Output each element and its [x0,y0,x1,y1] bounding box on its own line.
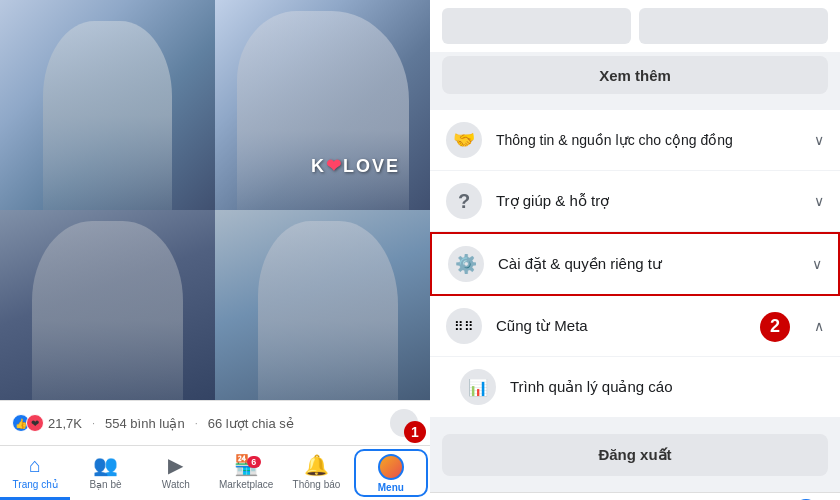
xem-them-button[interactable]: Xem thêm [442,56,828,94]
right-nav-menu[interactable]: Menu [772,493,840,500]
support-arrow [814,193,824,209]
home-icon: ⌂ [29,454,41,477]
top-buttons [430,0,840,52]
marketplace-badge: 6 [247,456,261,468]
nav-watch[interactable]: ▶ Watch [141,446,211,500]
community-arrow [814,132,824,148]
reaction-icons: 👍 ❤ [12,414,40,432]
divider-2 [430,418,840,426]
step1-badge: 1 [404,421,426,443]
nav-menu-label: Menu [378,482,404,493]
love-icon: ❤ [26,414,44,432]
settings-label: Cài đặt & quyền riêng tư [498,255,798,273]
right-nav-watch[interactable]: ▶ Watch [567,493,635,500]
photo-1 [0,0,215,210]
friends-icon: 👥 [93,453,118,477]
dang-xuat-button[interactable]: Đăng xuất [442,434,828,476]
right-panel: Xem thêm 🤝 Thông tin & nguồn lực cho cộn… [430,0,840,500]
meta-label: Cũng từ Meta [496,317,800,335]
ads-icon: 📊 [460,369,496,405]
right-nav-marketplace[interactable]: 🏪 6 Marketplace [635,493,703,500]
nav-notifications-label: Thông báo [293,479,341,490]
step1-container: 1 [390,409,418,437]
nav-marketplace-label: Marketplace [219,479,273,490]
right-nav-home[interactable]: ⌂ Trang chủ [430,493,498,500]
divider-1 [430,102,840,110]
left-bottom-nav: ⌂ Trang chủ 👥 Bạn bè ▶ Watch 🏪 6 Marketp… [0,445,430,500]
marketplace-icon: 🏪 6 [234,453,259,477]
left-panel: K❤LOVE 👍 ❤ 21,7K · 554 bình luận · 66 lư… [0,0,430,500]
nav-watch-label: Watch [162,479,190,490]
left-bottom: 👍 ❤ 21,7K · 554 bình luận · 66 lượt chia… [0,400,430,500]
ads-label: Trình quản lý quảng cáo [510,378,824,396]
photo-grid [0,0,430,420]
meta-container: ⠿⠿ Cũng từ Meta 2 [430,296,840,357]
menu-avatar [378,454,404,480]
support-label: Trợ giúp & hỗ trợ [496,192,800,210]
photo-2 [215,0,430,210]
comments-count: 554 bình luận [105,416,185,431]
sub-item-ads[interactable]: 📊 Trình quản lý quảng cáo [430,357,840,418]
nav-notifications[interactable]: 🔔 Thông báo [281,446,351,500]
top-btn-1[interactable] [442,8,631,44]
meta-icon: ⠿⠿ [446,308,482,344]
post-stats: 👍 ❤ 21,7K · 554 bình luận · 66 lượt chia… [0,400,430,445]
nav-home[interactable]: ⌂ Trang chủ [0,446,70,500]
nav-friends[interactable]: 👥 Bạn bè [70,446,140,500]
divider-3 [430,484,840,492]
photo-3 [0,210,215,420]
settings-icon: ⚙️ [448,246,484,282]
right-nav-notifications[interactable]: 🔔 1 Thông báo [703,493,771,500]
nav-marketplace[interactable]: 🏪 6 Marketplace [211,446,281,500]
right-bottom-nav: ⌂ Trang chủ 👥 Bạn bè ▶ Watch 🏪 6 Marketp… [430,492,840,500]
support-icon: ? [446,183,482,219]
meta-arrow [814,318,824,334]
settings-arrow [812,256,822,272]
menu-item-community[interactable]: 🤝 Thông tin & nguồn lực cho cộng đồng [430,110,840,171]
photo-4 [215,210,430,420]
nav-friends-label: Bạn bè [89,479,121,490]
watermark: K❤LOVE [311,155,400,177]
watch-icon: ▶ [168,453,183,477]
shares-count: 66 lượt chia sẻ [208,416,294,431]
likes-count: 21,7K [48,416,82,431]
right-nav-friends[interactable]: 👥 Bạn bè [498,493,566,500]
community-icon: 🤝 [446,122,482,158]
step2-badge: 2 [760,312,790,342]
menu-item-settings[interactable]: ⚙️ Cài đặt & quyền riêng tư [430,232,840,296]
notifications-icon: 🔔 [304,453,329,477]
top-btn-2[interactable] [639,8,828,44]
nav-menu[interactable]: Menu [354,449,428,497]
nav-home-label: Trang chủ [13,479,58,490]
menu-item-support[interactable]: ? Trợ giúp & hỗ trợ [430,171,840,232]
community-label: Thông tin & nguồn lực cho cộng đồng [496,132,800,148]
